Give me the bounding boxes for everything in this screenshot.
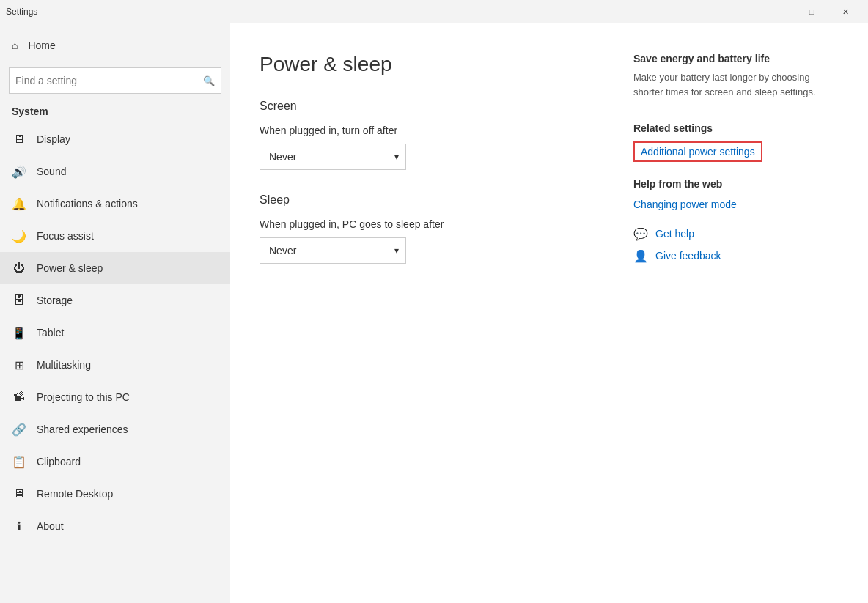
sidebar-item-remote[interactable]: 🖥 Remote Desktop (0, 478, 230, 510)
about-icon: ℹ (12, 519, 26, 533)
sleep-section: Sleep When plugged in, PC goes to sleep … (260, 193, 589, 264)
sidebar-item-sound-label: Sound (37, 166, 66, 177)
power-icon: ⏻ (12, 261, 26, 275)
clipboard-icon: 📋 (12, 454, 26, 469)
sidebar-item-storage-label: Storage (37, 295, 73, 306)
sidebar-item-shared-label: Shared experiences (37, 423, 128, 435)
storage-icon: 🗄 (12, 293, 26, 308)
give-feedback-item: 👤 Give feedback (633, 248, 839, 263)
additional-power-settings-link[interactable]: Additional power settings (633, 141, 762, 162)
sidebar-home-label: Home (28, 40, 55, 51)
notifications-icon: 🔔 (12, 196, 26, 211)
sidebar-item-clipboard-label: Clipboard (37, 456, 81, 467)
sidebar-item-shared[interactable]: 🔗 Shared experiences (0, 413, 230, 445)
multitasking-icon: ⊞ (12, 358, 26, 372)
sidebar-item-about-label: About (37, 520, 64, 532)
tip-title: Save energy and battery life (633, 53, 839, 64)
give-feedback-link[interactable]: Give feedback (655, 250, 721, 262)
screen-setting-label: When plugged in, turn off after (260, 125, 589, 136)
sidebar-item-about[interactable]: ℹ About (0, 510, 230, 542)
search-icon: 🔍 (203, 75, 215, 86)
sidebar-item-sound[interactable]: 🔊 Sound (0, 155, 230, 188)
search-input[interactable] (15, 75, 203, 86)
sidebar-item-power[interactable]: ⏻ Power & sleep (0, 252, 230, 284)
tip-text: Make your battery last longer by choosin… (633, 70, 839, 99)
get-help-icon: 💬 (633, 226, 648, 241)
sleep-dropdown[interactable]: Never 1 minute 2 minutes 5 minutes 10 mi… (260, 237, 406, 264)
sidebar-search-box[interactable]: 🔍 (9, 67, 221, 94)
sidebar-item-projecting[interactable]: 📽 Projecting to this PC (0, 381, 230, 413)
sidebar-item-storage[interactable]: 🗄 Storage (0, 284, 230, 317)
sidebar-item-clipboard[interactable]: 📋 Clipboard (0, 445, 230, 478)
main-content: Power & sleep Screen When plugged in, tu… (260, 53, 589, 574)
help-title: Help from the web (633, 178, 839, 190)
window-controls: ─ □ ✕ (761, 0, 862, 23)
screen-section: Screen When plugged in, turn off after N… (260, 100, 589, 170)
sidebar-item-multitasking-label: Multitasking (37, 359, 91, 371)
remote-icon: 🖥 (12, 487, 26, 501)
content-area: Power & sleep Screen When plugged in, tu… (230, 23, 868, 603)
sidebar-item-tablet[interactable]: 📱 Tablet (0, 317, 230, 349)
side-panel: Save energy and battery life Make your b… (633, 53, 839, 574)
sidebar-item-tablet-label: Tablet (37, 327, 64, 339)
give-feedback-icon: 👤 (633, 248, 648, 263)
sidebar-item-multitasking[interactable]: ⊞ Multitasking (0, 349, 230, 381)
sidebar-item-display[interactable]: 🖥 Display (0, 123, 230, 155)
system-label: System (0, 103, 230, 123)
projecting-icon: 📽 (12, 390, 26, 404)
changing-power-mode-link[interactable]: Changing power mode (633, 199, 839, 210)
sidebar: ⌂ Home 🔍 System 🖥 Display 🔊 Sound 🔔 Noti… (0, 23, 230, 603)
sidebar-item-power-label: Power & sleep (37, 262, 103, 274)
sidebar-item-notifications[interactable]: 🔔 Notifications & actions (0, 188, 230, 220)
display-icon: 🖥 (12, 132, 26, 147)
sidebar-item-focus[interactable]: 🌙 Focus assist (0, 220, 230, 252)
sidebar-item-remote-label: Remote Desktop (37, 488, 113, 500)
home-icon: ⌂ (12, 40, 18, 51)
get-help-item: 💬 Get help (633, 226, 839, 241)
get-help-link[interactable]: Get help (655, 228, 694, 240)
minimize-button[interactable]: ─ (761, 0, 795, 23)
sidebar-item-projecting-label: Projecting to this PC (37, 391, 130, 403)
close-button[interactable]: ✕ (828, 0, 862, 23)
screen-dropdown-container: Never 1 minute 2 minutes 5 minutes 10 mi… (260, 144, 406, 170)
focus-icon: 🌙 (12, 229, 26, 243)
sleep-setting-label: When plugged in, PC goes to sleep after (260, 218, 589, 230)
sidebar-item-display-label: Display (37, 133, 70, 145)
tablet-icon: 📱 (12, 325, 26, 340)
related-settings-title: Related settings (633, 122, 839, 134)
app-title: Settings (6, 7, 761, 17)
sidebar-item-home[interactable]: ⌂ Home (0, 29, 230, 62)
sound-icon: 🔊 (12, 164, 26, 179)
sidebar-item-notifications-label: Notifications & actions (37, 198, 138, 210)
sleep-dropdown-container: Never 1 minute 2 minutes 5 minutes 10 mi… (260, 237, 406, 264)
page-title: Power & sleep (260, 53, 589, 76)
app-container: ⌂ Home 🔍 System 🖥 Display 🔊 Sound 🔔 Noti… (0, 23, 868, 603)
maximize-button[interactable]: □ (795, 0, 828, 23)
screen-dropdown[interactable]: Never 1 minute 2 minutes 5 minutes 10 mi… (260, 144, 406, 170)
sidebar-item-focus-label: Focus assist (37, 230, 94, 242)
screen-section-title: Screen (260, 100, 589, 113)
sleep-section-title: Sleep (260, 193, 589, 207)
titlebar: Settings ─ □ ✕ (0, 0, 868, 23)
shared-icon: 🔗 (12, 422, 26, 437)
